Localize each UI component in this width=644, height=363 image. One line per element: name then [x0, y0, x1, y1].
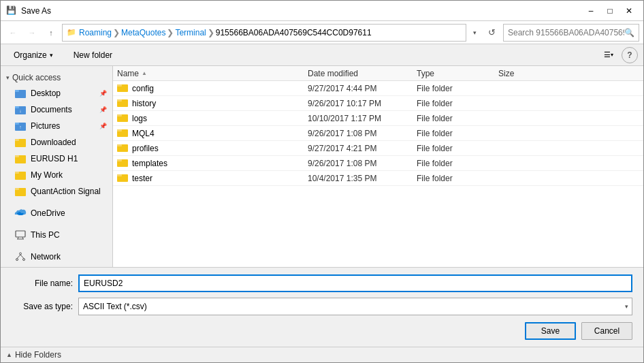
hide-folders-button[interactable]: ▲ Hide Folders [6, 350, 61, 360]
save-label: Save [541, 326, 560, 336]
search-box: 🔍 [503, 24, 639, 42]
forward-button[interactable]: → [24, 25, 40, 41]
sidebar-item-downloaded[interactable]: Downloaded [1, 134, 112, 151]
saveas-row: Save as type: ASCII Text (*.csv) ▾ [12, 298, 632, 315]
filename-input[interactable] [78, 274, 632, 292]
save-button[interactable]: Save [525, 322, 576, 340]
network-label: Network [31, 252, 61, 262]
row-folder-icon [117, 112, 128, 124]
mywork-folder-icon [14, 170, 27, 180]
breadcrumb[interactable]: 📁 Roaming ❯ MetaQuotes ❯ Terminal ❯ 9155… [62, 24, 466, 42]
sidebar-item-eurusd[interactable]: EURUSD H1 [1, 151, 112, 167]
search-icon: 🔍 [624, 28, 634, 37]
row-date: 9/26/2017 1:08 PM [308, 129, 417, 138]
breadcrumb-sep-3: ❯ [208, 28, 214, 37]
downloaded-label: Downloaded [31, 138, 76, 147]
svg-rect-1 [15, 90, 19, 92]
back-button[interactable]: ← [5, 25, 21, 41]
saveas-label: Save as type: [12, 302, 73, 311]
svg-rect-15 [15, 188, 19, 190]
svg-rect-13 [15, 172, 19, 174]
new-folder-button[interactable]: New folder [66, 47, 120, 63]
view-arrow: ▾ [611, 52, 613, 58]
documents-pin-icon: 📌 [99, 106, 107, 113]
organize-button[interactable]: Organize ▾ [6, 47, 61, 63]
breadcrumb-sep-2: ❯ [167, 28, 174, 37]
documents-label: Documents [31, 105, 72, 114]
table-row[interactable]: config 9/27/2017 4:44 PM File folder [113, 81, 643, 96]
header-type[interactable]: Type [417, 69, 498, 78]
organize-arrow: ▾ [50, 52, 53, 59]
documents-folder-icon: ↓ [14, 104, 27, 115]
window-title: Save As [21, 6, 582, 16]
sidebar: ▾ Quick access Desktop 📌 ↓ Documents 📌 [1, 66, 113, 267]
refresh-button[interactable]: ↺ [483, 24, 500, 42]
close-button[interactable]: ✕ [620, 4, 638, 18]
help-button[interactable]: ? [622, 47, 638, 63]
sidebar-section-quick-access[interactable]: ▾ Quick access [1, 70, 112, 85]
eurusd-folder-icon [14, 153, 27, 164]
sort-arrow: ▲ [142, 70, 147, 76]
row-date: 10/4/2017 1:35 PM [308, 174, 417, 183]
sidebar-item-documents[interactable]: ↓ Documents 📌 [1, 101, 112, 118]
row-name-text: profiles [132, 144, 159, 153]
table-row[interactable]: templates 9/26/2017 1:08 PM File folder [113, 156, 643, 171]
row-folder-icon [117, 127, 128, 139]
sidebar-item-pictures[interactable]: ↑ Pictures 📌 [1, 118, 112, 134]
breadcrumb-current: 915566BA06ADA407569C544CC0D97611 [216, 28, 372, 37]
svg-rect-32 [117, 129, 122, 131]
hide-folders-label: Hide Folders [15, 350, 61, 360]
header-date[interactable]: Date modified [308, 69, 417, 78]
save-as-dialog: 💾 Save As – □ ✕ ← → ↑ 📁 Roaming ❯ MetaQu… [0, 0, 644, 363]
sidebar-item-desktop[interactable]: Desktop 📌 [1, 85, 112, 101]
table-row[interactable]: MQL4 9/26/2017 1:08 PM File folder [113, 126, 643, 141]
row-type: File folder [417, 129, 498, 138]
sidebar-item-onedrive[interactable]: OneDrive [1, 205, 112, 221]
svg-point-22 [23, 259, 25, 261]
maximize-button[interactable]: □ [601, 4, 619, 18]
filename-label: File name: [12, 279, 73, 288]
file-rows-container: config 9/27/2017 4:44 PM File folder his… [113, 81, 643, 186]
saveas-select[interactable]: ASCII Text (*.csv) [78, 298, 632, 315]
minimize-button[interactable]: – [582, 4, 600, 18]
view-options-button[interactable]: ☰ ▾ [600, 47, 617, 63]
row-name-text: tester [132, 174, 152, 183]
onedrive-label: OneDrive [31, 208, 65, 218]
row-date: 9/26/2017 10:17 PM [308, 99, 417, 108]
new-folder-label: New folder [74, 50, 112, 60]
row-folder-icon [117, 97, 128, 109]
header-name[interactable]: Name ▲ [117, 69, 308, 78]
row-name-text: config [132, 84, 154, 93]
sidebar-item-thispc[interactable]: This PC [1, 227, 112, 243]
sidebar-divider-3 [1, 243, 112, 249]
sidebar-item-mywork[interactable]: My Work [1, 167, 112, 183]
breadcrumb-metaquotes[interactable]: MetaQuotes [121, 28, 165, 37]
table-row[interactable]: tester 10/4/2017 1:35 PM File folder [113, 171, 643, 186]
table-row[interactable]: logs 10/10/2017 1:17 PM File folder [113, 111, 643, 126]
cancel-button[interactable]: Cancel [581, 322, 632, 340]
onedrive-icon [14, 208, 27, 219]
file-list-header: Name ▲ Date modified Type Size [113, 66, 643, 81]
breadcrumb-terminal[interactable]: Terminal [175, 28, 206, 37]
quantaction-folder-icon [14, 186, 27, 197]
quantaction-label: QuantAction Signal [31, 187, 101, 196]
quick-access-arrow: ▾ [6, 74, 10, 81]
row-name-text: MQL4 [132, 129, 155, 138]
header-size[interactable]: Size [498, 69, 553, 78]
up-button[interactable]: ↑ [43, 25, 59, 41]
eurusd-label: EURUSD H1 [31, 154, 78, 163]
address-bar: ← → ↑ 📁 Roaming ❯ MetaQuotes ❯ Terminal … [1, 21, 643, 44]
sidebar-item-quantaction[interactable]: QuantAction Signal [1, 183, 112, 200]
breadcrumb-dropdown-button[interactable]: ▾ [469, 24, 480, 42]
search-input[interactable] [508, 28, 624, 37]
svg-rect-34 [117, 144, 122, 146]
row-date: 10/10/2017 1:17 PM [308, 114, 417, 123]
breadcrumb-roaming[interactable]: Roaming [79, 28, 112, 37]
table-row[interactable]: profiles 9/27/2017 4:21 PM File folder [113, 141, 643, 156]
svg-point-20 [20, 253, 22, 255]
breadcrumb-sep-1: ❯ [113, 28, 120, 37]
table-row[interactable]: history 9/26/2017 10:17 PM File folder [113, 96, 643, 111]
pictures-pin-icon: 📌 [99, 123, 107, 129]
svg-rect-11 [15, 155, 19, 157]
sidebar-item-network[interactable]: Network [1, 249, 112, 265]
